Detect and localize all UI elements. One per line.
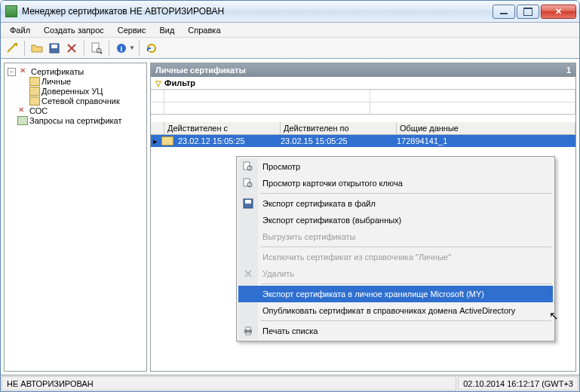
titlebar[interactable]: Менеджер сертификатов НЕ АВТОРИЗИРОВАН	[1, 1, 579, 23]
cm-view[interactable]: Просмотр	[238, 158, 553, 175]
table-row[interactable]: ▸ 23.02.12 15:05:25 23.02.15 15:05:25 17…	[151, 135, 575, 147]
grid-header-valid-to[interactable]: Действителен по	[281, 122, 397, 134]
cm-label: Удалить	[262, 269, 294, 278]
tree-label: Запросы на сертификат	[29, 116, 122, 125]
tree-label: СОС	[29, 106, 48, 115]
menu-create-request[interactable]: Создать запрос	[38, 24, 110, 36]
svg-text:i: i	[121, 44, 123, 53]
cm-print-list[interactable]: Печать списка	[238, 323, 553, 339]
request-icon	[17, 116, 28, 125]
toolbar: i ▼	[1, 38, 579, 59]
cell-valid-from: 23.02.12 15:05:25	[175, 136, 278, 145]
tree-label: Доверенных УЦ	[41, 87, 103, 96]
tree-item-trusted-ca[interactable]: Доверенных УЦ	[20, 87, 145, 96]
panel-count: 1	[566, 66, 571, 75]
delete-icon	[242, 268, 254, 280]
cert-icon	[29, 96, 40, 106]
tree-item-crl[interactable]: СОС	[8, 106, 145, 115]
menubar: Файл Создать запрос Сервис Вид Справка	[1, 23, 579, 38]
status-auth: НЕ АВТОРИЗИРОВАН	[2, 376, 456, 390]
statusbar: НЕ АВТОРИЗИРОВАН 02.10.2014 16:12:17 (GW…	[1, 375, 579, 391]
cm-label: Опубликовать сертификат в справочниках д…	[262, 306, 515, 315]
svg-rect-2	[92, 43, 99, 52]
close-button[interactable]	[541, 5, 576, 19]
cm-label: Экспорт сертификата в файл	[262, 199, 376, 208]
svg-rect-15	[246, 332, 250, 335]
grid-header-valid-from[interactable]: Действителен с	[164, 122, 281, 134]
grid-header-blank[interactable]	[151, 122, 164, 134]
open-icon[interactable]	[29, 40, 45, 57]
filter-grid[interactable]	[151, 90, 575, 115]
cm-export-file[interactable]: Экспорт сертификата в файл	[238, 195, 553, 212]
info-icon[interactable]: i	[113, 40, 130, 57]
collapse-icon[interactable]: −	[8, 68, 16, 76]
cm-view-key-card[interactable]: Просмотр карточки открытого ключа	[238, 175, 553, 191]
menu-view[interactable]: Вид	[153, 24, 180, 36]
save-icon[interactable]	[46, 40, 63, 57]
cm-label: Исключить сертификат из справочника "Лич…	[262, 253, 451, 262]
tree-item-personal[interactable]: Личные	[20, 77, 145, 86]
toolbar-separator	[84, 41, 84, 56]
tree-item-directory[interactable]: Сетевой справочник	[20, 96, 145, 106]
svg-rect-14	[246, 327, 250, 330]
cm-label: Экспорт сертификатов (выбранных)	[262, 216, 401, 225]
cert-icon	[29, 77, 40, 86]
minimize-button[interactable]	[493, 5, 515, 19]
svg-line-4	[100, 52, 102, 54]
cert-icon	[161, 136, 173, 145]
cm-export-my[interactable]: Экспорт сертификата в личное хранилище M…	[238, 286, 553, 302]
cm-publish-ad[interactable]: Опубликовать сертификат в справочниках д…	[238, 302, 553, 319]
context-menu-separator	[261, 320, 551, 321]
cm-delete: Удалить	[238, 265, 553, 282]
tree-label: Сертификаты	[31, 67, 84, 76]
cm-label: Печать списка	[262, 326, 318, 335]
filter-collapse-icon[interactable]: ▽	[155, 79, 161, 87]
save-icon	[242, 198, 254, 210]
cm-exclude-personal: Исключить сертификат из справочника "Лич…	[238, 249, 553, 265]
preview-icon[interactable]	[88, 40, 105, 57]
tree-label: Личные	[41, 77, 71, 86]
tree-item-requests[interactable]: Запросы на сертификат	[8, 116, 145, 125]
cm-label: Экспорт сертификата в личное хранилище M…	[262, 289, 484, 299]
context-menu-separator	[261, 247, 551, 247]
svg-rect-12	[245, 200, 251, 204]
cert-icon	[29, 87, 40, 96]
cm-unload: Выгрузить сертификаты	[238, 228, 553, 245]
cm-label: Выгрузить сертификаты	[262, 232, 356, 241]
toolbar-separator	[109, 41, 109, 56]
toolbar-separator	[139, 41, 140, 56]
cell-valid-to: 23.02.15 15:05:25	[278, 136, 394, 145]
filter-header[interactable]: ▽ Фильтр	[151, 77, 575, 90]
delete-icon[interactable]	[63, 40, 80, 57]
grid-header[interactable]: Действителен с Действителен по Общие дан…	[151, 122, 575, 135]
window-controls	[493, 5, 576, 19]
tree-label: Сетевой справочник	[41, 96, 120, 106]
context-menu[interactable]: Просмотр Просмотр карточки открытого клю…	[236, 156, 555, 341]
printer-icon	[242, 325, 254, 337]
certs-icon	[19, 67, 29, 76]
status-datetime: 02.10.2014 16:12:17 (GWT+3	[458, 376, 578, 390]
svg-rect-1	[51, 44, 57, 48]
context-menu-separator	[261, 193, 551, 194]
tree-root-certificates[interactable]: − Сертификаты	[8, 67, 145, 76]
cm-label: Просмотр карточки открытого ключа	[262, 179, 403, 188]
row-pointer-icon: ▸	[151, 136, 160, 146]
menu-file[interactable]: Файл	[4, 24, 36, 36]
tb-wizard-icon[interactable]	[4, 40, 20, 57]
filter-label: Фильтр	[164, 78, 195, 87]
info-dropdown-icon[interactable]: ▼	[129, 44, 135, 51]
cm-export-selected[interactable]: Экспорт сертификатов (выбранных)	[238, 212, 553, 228]
window-title: Менеджер сертификатов НЕ АВТОРИЗИРОВАН	[22, 6, 493, 17]
menu-help[interactable]: Справка	[182, 24, 226, 36]
grid-header-common-data[interactable]: Общие данные	[397, 122, 575, 134]
refresh-icon[interactable]	[143, 40, 160, 57]
cell-common-data: 172894141_1	[394, 136, 575, 145]
app-icon	[5, 5, 17, 17]
context-menu-separator	[261, 283, 551, 284]
tree-pane[interactable]: − Сертификаты Личные Доверенных УЦ Сетев…	[4, 63, 147, 372]
maximize-button[interactable]	[517, 5, 539, 19]
magnifier-icon	[242, 177, 254, 189]
menu-service[interactable]: Сервис	[112, 24, 152, 36]
magnifier-icon	[242, 161, 254, 173]
cm-label: Просмотр	[262, 162, 300, 171]
